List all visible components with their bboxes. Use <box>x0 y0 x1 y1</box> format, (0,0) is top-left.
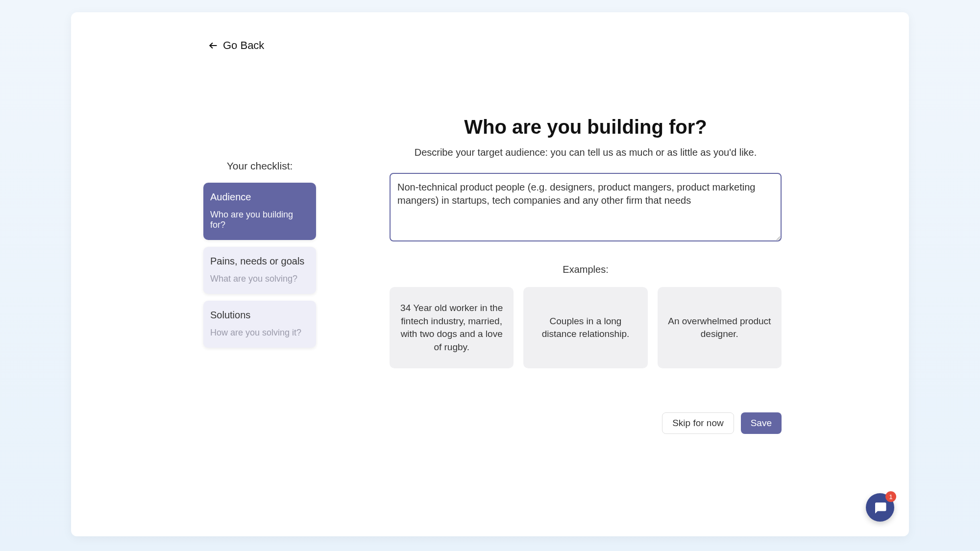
example-card[interactable]: 34 Year old worker in the fintech indust… <box>390 287 514 368</box>
example-card[interactable]: An overwhelmed product designer. <box>658 287 782 368</box>
checklist-item-pains[interactable]: Pains, needs or goals What are you solvi… <box>203 247 316 294</box>
checklist-item-title: Audience <box>210 192 309 203</box>
save-button[interactable]: Save <box>741 412 782 434</box>
example-text: Couples in a long distance relationship. <box>533 315 637 341</box>
example-card[interactable]: Couples in a long distance relationship. <box>523 287 647 368</box>
example-text: An overwhelmed product designer. <box>667 315 772 341</box>
go-back-button[interactable]: Go Back <box>208 39 264 52</box>
go-back-label: Go Back <box>223 39 264 52</box>
checklist-item-title: Pains, needs or goals <box>210 256 309 267</box>
example-text: 34 Year old worker in the fintech indust… <box>399 302 504 354</box>
arrow-left-icon <box>208 41 218 50</box>
content-wrap: Your checklist: Audience Who are you bui… <box>71 116 909 434</box>
chat-icon <box>873 500 887 515</box>
chat-badge: 1 <box>885 491 896 502</box>
skip-button[interactable]: Skip for now <box>662 412 734 434</box>
main-panel: Who are you building for? Describe your … <box>390 116 782 434</box>
checklist-item-sub: How are you solving it? <box>210 328 309 338</box>
checklist-item-title: Solutions <box>210 310 309 321</box>
checklist-sidebar: Your checklist: Audience Who are you bui… <box>203 116 316 434</box>
examples-row: 34 Year old worker in the fintech indust… <box>390 287 782 368</box>
audience-textarea[interactable] <box>390 173 782 241</box>
checklist-item-sub: Who are you building for? <box>210 210 309 230</box>
chat-widget-button[interactable]: 1 <box>866 493 894 522</box>
checklist-item-audience[interactable]: Audience Who are you building for? <box>203 183 316 240</box>
page-subheading: Describe your target audience: you can t… <box>390 147 782 158</box>
checklist-title: Your checklist: <box>203 160 316 172</box>
examples-label: Examples: <box>390 264 782 275</box>
checklist-item-sub: What are you solving? <box>210 274 309 284</box>
actions-row: Skip for now Save <box>390 412 782 434</box>
page-heading: Who are you building for? <box>390 116 782 138</box>
checklist-item-solutions[interactable]: Solutions How are you solving it? <box>203 301 316 348</box>
page-card: Go Back Your checklist: Audience Who are… <box>71 12 909 536</box>
